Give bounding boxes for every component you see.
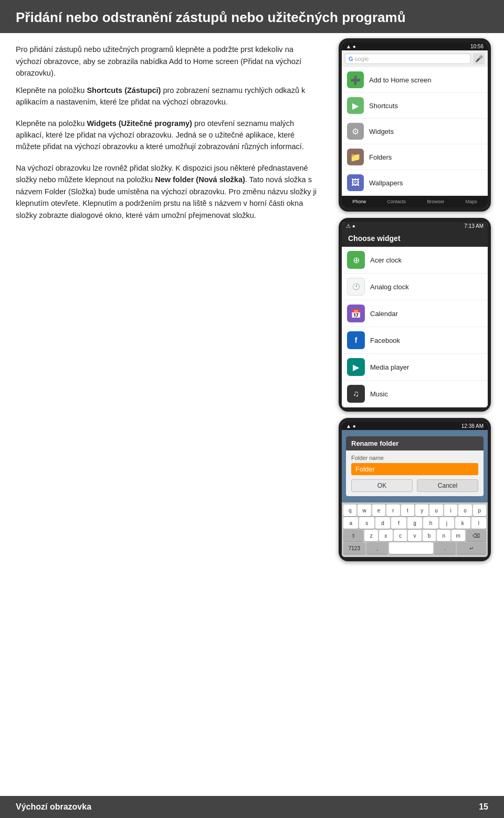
- calendar-icon: 📅: [347, 305, 365, 322]
- widgets-icon: ⚙: [347, 123, 364, 140]
- key-g[interactable]: g: [407, 517, 422, 529]
- analog-clock-icon: 🕐: [347, 278, 365, 296]
- phone3-status-left: ▲ ●: [346, 423, 356, 429]
- widget-item-analog-clock[interactable]: 🕐 Analog clock: [342, 274, 488, 300]
- google-search-box[interactable]: G oogle: [345, 54, 471, 64]
- phone-screen-3: ▲ ● 12:38 AM Rename folder Folder name F…: [342, 422, 488, 557]
- key-numbers[interactable]: 7123: [343, 542, 365, 554]
- page-footer: Výchozí obrazovka 15: [0, 796, 504, 818]
- rename-dialog-title: Rename folder: [346, 436, 484, 450]
- text-section-3: Na výchozí obrazovku lze rovněž přidat s…: [16, 162, 318, 221]
- wallpapers-label: Wallpapers: [369, 179, 403, 187]
- widget-item-acer-clock[interactable]: ⊕ Acer clock: [342, 247, 488, 274]
- footer-page: 15: [479, 802, 488, 812]
- key-s[interactable]: s: [359, 517, 374, 529]
- main-content: Pro přidání zástupů nebo užitečných prog…: [0, 33, 504, 567]
- shortcuts-label: Shortcuts: [369, 102, 398, 110]
- key-shift[interactable]: ⇧: [343, 530, 363, 541]
- widget-item-calendar[interactable]: 📅 Calendar: [342, 300, 488, 327]
- key-backspace[interactable]: ⌫: [466, 530, 486, 541]
- phone-mockup-1: ▲ ● 10:56 G oogle 🎤 ➕ Add to Home screen: [339, 38, 491, 212]
- phone3-status-bar: ▲ ● 12:38 AM: [342, 422, 488, 430]
- key-f[interactable]: f: [391, 517, 406, 529]
- menu-item-widgets[interactable]: ⚙ Widgets: [342, 119, 488, 144]
- cancel-button[interactable]: Cancel: [417, 479, 478, 492]
- key-comma[interactable]: ,: [366, 542, 388, 554]
- calendar-label: Calendar: [370, 310, 398, 318]
- shortcuts-icon: ▶: [347, 97, 364, 114]
- menu-item-wallpapers[interactable]: 🖼 Wallpapers: [342, 170, 488, 196]
- google-mic[interactable]: 🎤: [473, 53, 485, 65]
- key-y[interactable]: y: [415, 505, 428, 516]
- key-i[interactable]: i: [444, 505, 457, 516]
- folders-label: Folders: [369, 153, 392, 161]
- text-column: Pro přidání zástupů nebo užitečných prog…: [0, 33, 331, 567]
- key-enter[interactable]: ↵: [457, 542, 486, 554]
- keyboard-row-3: ⇧ z x c v b n m ⌫: [343, 530, 486, 541]
- music-label: Music: [370, 390, 388, 398]
- key-q[interactable]: q: [343, 505, 356, 516]
- ok-button[interactable]: OK: [351, 479, 413, 492]
- rename-dialog-body: Folder name Folder OK Cancel: [346, 450, 484, 496]
- key-period[interactable]: .: [434, 542, 456, 554]
- phone-screen-1: ▲ ● 10:56 G oogle 🎤 ➕ Add to Home screen: [342, 43, 488, 207]
- key-m[interactable]: m: [452, 530, 465, 541]
- key-x[interactable]: x: [379, 530, 393, 541]
- key-n[interactable]: n: [437, 530, 450, 541]
- key-l[interactable]: l: [471, 517, 486, 529]
- phone2-status-time: 7:13 AM: [464, 223, 484, 229]
- key-h[interactable]: h: [423, 517, 438, 529]
- key-z[interactable]: z: [364, 530, 378, 541]
- folders-icon: 📁: [347, 149, 364, 165]
- folder-name-input[interactable]: Folder: [351, 463, 478, 475]
- text-section-2: Klepněte na položku Widgets (Užitečné pr…: [16, 118, 318, 153]
- phone1-status-time: 10:56: [470, 44, 484, 49]
- key-b[interactable]: b: [423, 530, 436, 541]
- menu-item-shortcuts[interactable]: ▶ Shortcuts: [342, 93, 488, 119]
- para-3-1: Na výchozí obrazovku lze rovněž přidat s…: [16, 162, 318, 221]
- widget-item-music[interactable]: ♫ Music: [342, 381, 488, 407]
- keyboard-row-bottom: 7123 , . ↵: [343, 542, 486, 554]
- widget-item-facebook[interactable]: f Facebook: [342, 327, 488, 354]
- key-p[interactable]: p: [473, 505, 486, 516]
- key-e[interactable]: e: [372, 505, 385, 516]
- widget-item-media-player[interactable]: ▶ Media player: [342, 354, 488, 381]
- keyboard-row-2: a s d f g h j k l: [343, 517, 486, 529]
- key-o[interactable]: o: [458, 505, 471, 516]
- para-1-1: Pro přidání zástupů nebo užitečných prog…: [16, 44, 318, 79]
- facebook-label: Facebook: [370, 337, 400, 344]
- key-t[interactable]: t: [401, 505, 414, 516]
- bottom-phone[interactable]: Phone: [349, 198, 369, 205]
- phone1-google-bar: G oogle 🎤: [342, 50, 488, 67]
- key-j[interactable]: j: [439, 517, 454, 529]
- phone1-status-left: ▲ ●: [346, 44, 356, 49]
- google-text: oogle: [355, 56, 369, 62]
- menu-item-folders[interactable]: 📁 Folders: [342, 144, 488, 170]
- key-v[interactable]: v: [408, 530, 422, 541]
- music-icon: ♫: [347, 385, 365, 403]
- media-player-icon: ▶: [347, 358, 365, 376]
- bottom-browser[interactable]: Browser: [424, 198, 447, 205]
- key-r[interactable]: r: [386, 505, 400, 516]
- key-space[interactable]: [389, 542, 433, 554]
- phone-mockup-2: ⚠ ● 7:13 AM Choose widget ⊕ Acer clock 🕐…: [339, 218, 491, 412]
- menu-item-add-to-home[interactable]: ➕ Add to Home screen: [342, 67, 488, 93]
- phone1-status-bar: ▲ ● 10:56: [342, 43, 488, 50]
- page-title: Přidání nebo odstranění zástupů nebo uži…: [16, 9, 488, 26]
- keyboard: q w e r t y u i o p a s: [342, 502, 488, 557]
- bottom-contacts[interactable]: Contacts: [384, 198, 410, 205]
- phone3-desktop: Rename folder Folder name Folder OK Canc…: [342, 430, 488, 502]
- key-c[interactable]: c: [394, 530, 407, 541]
- key-k[interactable]: k: [455, 517, 470, 529]
- key-u[interactable]: u: [429, 505, 443, 516]
- analog-clock-label: Analog clock: [370, 283, 409, 291]
- phone-screen-2: ⚠ ● 7:13 AM Choose widget ⊕ Acer clock 🕐…: [342, 222, 488, 407]
- key-w[interactable]: w: [358, 505, 371, 516]
- acer-clock-icon: ⊕: [347, 251, 365, 269]
- bottom-maps[interactable]: Maps: [463, 198, 480, 205]
- key-a[interactable]: a: [343, 517, 358, 529]
- choose-widget-header: Choose widget: [342, 230, 488, 247]
- wallpapers-icon: 🖼: [347, 174, 364, 191]
- acer-clock-label: Acer clock: [370, 256, 402, 264]
- key-d[interactable]: d: [375, 517, 390, 529]
